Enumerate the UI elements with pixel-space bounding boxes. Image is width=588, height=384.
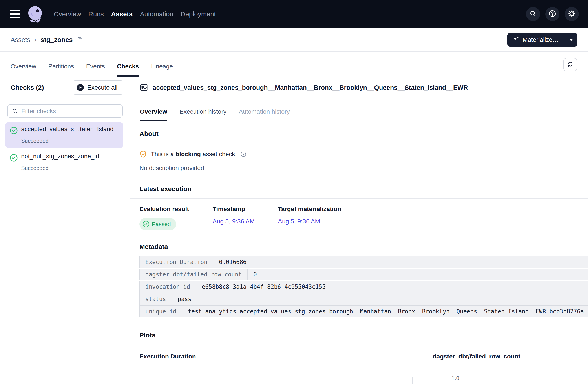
column-evaluation-result: Evaluation result xyxy=(139,206,213,213)
check-status: Succeeded xyxy=(21,165,119,171)
timestamp-link[interactable]: Aug 5, 9:36 AM xyxy=(213,218,278,230)
breadcrumb-assets-link[interactable]: Assets xyxy=(11,36,30,43)
y-axis-tick: 1.0 xyxy=(451,375,459,382)
column-target-materialization: Target materialization xyxy=(278,206,588,213)
shield-check-icon xyxy=(139,150,147,158)
metadata-key: invocation_id xyxy=(140,281,196,293)
tab-overview[interactable]: Overview xyxy=(11,63,36,77)
check-circle-icon xyxy=(143,221,149,228)
nav-assets[interactable]: Assets xyxy=(111,10,133,18)
nav-runs[interactable]: Runs xyxy=(88,10,104,18)
settings-button[interactable] xyxy=(565,7,579,21)
gear-icon xyxy=(568,10,576,19)
metadata-key: status xyxy=(140,293,172,305)
refresh-button[interactable] xyxy=(563,58,577,71)
search-button[interactable] xyxy=(526,7,540,21)
check-status: Succeeded xyxy=(21,138,119,144)
tab-check-overview[interactable]: Overview xyxy=(140,108,167,121)
materialize-dropdown-button[interactable] xyxy=(564,33,577,47)
gridline xyxy=(294,377,294,384)
tab-execution-history[interactable]: Execution history xyxy=(180,108,227,121)
top-navbar: Overview Runs Assets Automation Deployme… xyxy=(0,0,588,28)
tab-checks[interactable]: Checks xyxy=(117,63,139,77)
check-circle-icon xyxy=(10,127,21,135)
metadata-value: test.analytics.accepted_values_stg_zones… xyxy=(182,306,588,317)
nav-automation[interactable]: Automation xyxy=(140,10,173,18)
checks-sidebar-header: Checks (2) Execute all xyxy=(0,77,129,98)
latest-execution-heading: Latest execution xyxy=(139,185,588,193)
section-divider xyxy=(130,198,588,199)
no-description-text: No description provided xyxy=(139,165,588,171)
chevron-down-icon xyxy=(569,39,573,41)
target-materialization-link[interactable]: Aug 5, 9:36 AM xyxy=(278,218,588,230)
chart-title: Execution Duration xyxy=(139,353,413,360)
check-name: not_null_stg_zones_zone_id xyxy=(21,153,119,160)
tab-partitions[interactable]: Partitions xyxy=(48,63,74,77)
topbar-actions xyxy=(526,7,579,21)
metadata-heading: Metadata xyxy=(139,243,588,251)
table-row: Execution Duration 0.016686 xyxy=(139,256,588,268)
page-title: stg_zones xyxy=(41,36,73,43)
table-row: dagster_dbt/failed_row_count 0 xyxy=(139,269,588,280)
materialize-split-button: Materialize… xyxy=(507,33,577,47)
metadata-value: 0 xyxy=(248,269,263,280)
breadcrumb-row: Assets › stg_zones Materialize… xyxy=(0,28,588,52)
gridline xyxy=(461,378,588,378)
plot-box xyxy=(175,377,413,384)
copy-icon[interactable] xyxy=(76,36,83,43)
check-list-item-not-null[interactable]: not_null_stg_zones_zone_id Succeeded xyxy=(5,149,123,175)
play-circle-icon xyxy=(76,84,84,91)
breadcrumb-separator: › xyxy=(34,36,37,43)
check-detail-title: accepted_values_stg_zones_borough__Manha… xyxy=(153,84,468,91)
metadata-value: pass xyxy=(172,293,197,305)
about-heading: About xyxy=(139,130,588,137)
check-detail-header: accepted_values_stg_zones_borough__Manha… xyxy=(130,77,588,98)
help-button[interactable] xyxy=(545,7,559,21)
status-badge-passed: Passed xyxy=(139,218,176,230)
primary-nav: Overview Runs Assets Automation Deployme… xyxy=(54,10,216,18)
info-icon[interactable] xyxy=(240,151,247,157)
check-name: accepted_values_s…taten_Island_ xyxy=(21,126,119,133)
dagster-app: Overview Runs Assets Automation Deployme… xyxy=(0,0,588,384)
search-icon xyxy=(529,10,537,18)
check-circle-icon xyxy=(10,154,21,163)
plot-box xyxy=(464,377,588,384)
execute-all-label: Execute all xyxy=(87,84,117,91)
y-axis-tick: 0.0174 xyxy=(153,382,171,384)
chart-execution-duration: Execution Duration 0.0174 xyxy=(139,353,413,384)
chart-title: dagster_dbt/failed_row_count xyxy=(433,353,588,360)
metadata-key: unique_id xyxy=(140,306,182,317)
nav-deployment[interactable]: Deployment xyxy=(181,10,216,18)
help-icon xyxy=(548,10,556,19)
filter-checks-box xyxy=(7,105,123,118)
table-row: status pass xyxy=(139,293,588,305)
materialize-button[interactable]: Materialize… xyxy=(507,33,564,47)
dagster-logo-icon[interactable] xyxy=(26,5,45,23)
tab-lineage[interactable]: Lineage xyxy=(151,63,173,77)
search-icon xyxy=(12,108,18,114)
section-divider xyxy=(130,143,588,143)
materialize-label: Materialize… xyxy=(523,36,559,43)
tab-events[interactable]: Events xyxy=(86,63,105,77)
filter-checks-input[interactable] xyxy=(21,107,118,115)
fact-check-icon xyxy=(139,83,148,92)
section-divider xyxy=(130,345,588,345)
execute-all-button[interactable]: Execute all xyxy=(73,81,123,95)
checks-sidebar: Checks (2) Execute all xyxy=(0,77,130,384)
nav-overview[interactable]: Overview xyxy=(54,10,81,18)
content-area: Checks (2) Execute all xyxy=(0,77,588,384)
asset-tabs: Overview Partitions Events Checks Lineag… xyxy=(11,63,173,77)
blocking-text: This is a blocking asset check. xyxy=(151,151,237,158)
menu-icon[interactable] xyxy=(10,10,20,19)
latest-execution-grid: Evaluation result Timestamp Target mater… xyxy=(139,206,588,230)
plots-heading: Plots xyxy=(139,331,588,339)
chart-failed-row-count: dagster_dbt/failed_row_count 1.0 0.6 xyxy=(433,353,588,384)
table-row: invocation_id e658b8c8-3a1a-4b4f-82b6-4c… xyxy=(139,281,588,293)
metadata-value: e658b8c8-3a1a-4b4f-82b6-4c955043c155 xyxy=(196,281,332,293)
table-row: unique_id test.analytics.accepted_values… xyxy=(139,305,588,317)
check-list-item-accepted-values[interactable]: accepted_values_s…taten_Island_ Succeede… xyxy=(5,122,123,148)
chart-plot-area: 1.0 0.6 xyxy=(433,377,588,384)
check-detail-tabs: Overview Execution history Automation hi… xyxy=(130,98,588,121)
refresh-icon xyxy=(567,61,574,69)
tab-automation-history[interactable]: Automation history xyxy=(239,108,290,121)
